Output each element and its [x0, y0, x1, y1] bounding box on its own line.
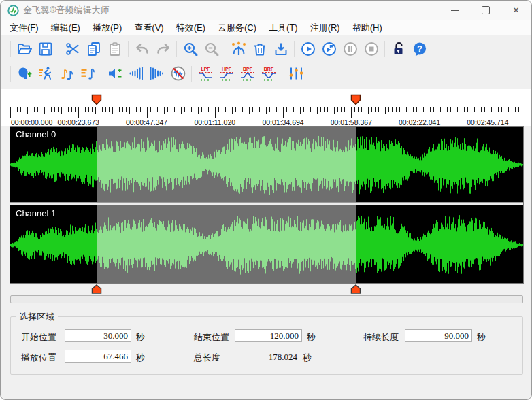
undo-button[interactable] — [132, 39, 152, 59]
close-icon: ✕ — [512, 5, 519, 15]
stop-icon — [363, 41, 380, 57]
copy-button[interactable] — [84, 39, 103, 59]
menu-bar: 文件(F) 编辑(E) 播放(P) 查看(V) 特效(E) 云服务(C) 工具(… — [1, 20, 531, 35]
voice-effect-button[interactable] — [14, 64, 34, 84]
selection-group-box — [10, 316, 523, 375]
clipboard-paste-icon — [107, 41, 123, 57]
play-position-label: 播放位置 — [21, 352, 56, 364]
maximize-button[interactable] — [470, 1, 501, 20]
toolbar-separator — [59, 41, 59, 57]
zoom-out-icon — [203, 41, 220, 57]
pitch-effect-button[interactable] — [56, 64, 76, 84]
delete-button[interactable] — [250, 39, 269, 59]
selection-start-marker-top[interactable] — [91, 94, 102, 105]
selection-start-marker-bottom[interactable] — [91, 284, 102, 294]
help-icon: ? — [412, 41, 428, 57]
svg-text:BRF: BRF — [263, 67, 273, 71]
menu-cloud[interactable]: 云服务(C) — [212, 20, 263, 35]
voice-head-icon — [16, 65, 33, 82]
lpf-filter-button[interactable]: LPF — [195, 64, 215, 84]
end-position-input[interactable] — [235, 329, 302, 342]
svg-text:00:01:34.694: 00:01:34.694 — [262, 118, 303, 126]
save-icon — [37, 41, 54, 57]
menu-view[interactable]: 查看(V) — [128, 20, 169, 35]
toolbar-gripper — [10, 41, 11, 57]
denoise-button[interactable] — [168, 64, 188, 84]
fade-in-button[interactable] — [126, 64, 146, 84]
zoom-out-button[interactable] — [201, 39, 221, 59]
pause-button[interactable] — [340, 39, 360, 59]
hpf-filter-button[interactable]: HPF — [216, 64, 236, 84]
time-ruler[interactable]: 00:00:00.00000:00:23.67300:00:47.34700:0… — [10, 107, 523, 126]
speed-effect-button[interactable] — [35, 64, 55, 84]
brf-filter-icon: BRF — [260, 65, 278, 82]
channel-1-label: Channel 1 — [16, 208, 56, 218]
svg-text:00:01:11.020: 00:01:11.020 — [195, 118, 236, 126]
menu-help[interactable]: 帮助(H) — [346, 20, 388, 35]
insert-arrow-icon — [273, 41, 289, 57]
runner-icon — [37, 65, 54, 82]
scissors-icon — [65, 41, 81, 57]
stop-button[interactable] — [361, 39, 381, 59]
trash-icon — [252, 41, 268, 57]
svg-text:00:00:23.673: 00:00:23.673 — [58, 118, 99, 126]
fade-out-button[interactable] — [147, 64, 167, 84]
play-button[interactable] — [298, 39, 318, 59]
toolbar-separator — [294, 41, 295, 57]
play-position-input[interactable] — [65, 350, 131, 363]
selection-end-marker-bottom[interactable] — [350, 284, 361, 294]
play-flag-icon — [321, 41, 337, 57]
duration-unit-label: 秒 — [477, 331, 486, 344]
paste-button[interactable] — [105, 39, 124, 59]
cut-button[interactable] — [63, 39, 82, 59]
menu-register[interactable]: 注册(R) — [304, 20, 346, 35]
note-bars-icon — [80, 65, 96, 82]
denoise-icon — [170, 65, 186, 82]
brf-filter-button[interactable]: BRF — [259, 64, 278, 84]
menu-effects[interactable]: 特效(E) — [170, 20, 212, 35]
menu-edit[interactable]: 编辑(E) — [45, 20, 86, 35]
svg-text:HPF: HPF — [222, 67, 232, 71]
selection-group-title: 选择区域 — [16, 311, 58, 323]
equalizer-button[interactable] — [286, 64, 305, 84]
timeline-band: 00:00:00.00000:00:23.67300:00:47.34700:0… — [1, 89, 531, 126]
open-file-button[interactable] — [14, 39, 34, 59]
help-button[interactable]: ? — [410, 39, 429, 59]
bpf-filter-button[interactable]: BPF — [237, 64, 257, 84]
menu-tools[interactable]: 工具(T) — [263, 20, 304, 35]
save-file-button[interactable] — [35, 39, 55, 59]
undo-arrow-icon — [134, 41, 150, 57]
svg-text:00:02:45.714: 00:02:45.714 — [467, 118, 508, 126]
mix-button[interactable] — [229, 39, 248, 59]
selection-end-marker-top[interactable] — [350, 94, 361, 105]
lpf-filter-icon: LPF — [197, 65, 214, 82]
end-unit-label: 秒 — [307, 331, 316, 344]
start-position-label: 开始位置 — [21, 331, 56, 344]
toolbar-separator — [176, 41, 177, 57]
menu-file[interactable]: 文件(F) — [3, 20, 45, 35]
lock-button[interactable] — [388, 39, 408, 59]
waveform-canvas[interactable] — [10, 127, 523, 283]
start-unit-label: 秒 — [136, 331, 145, 344]
title-bar: 金飞翼®音频编辑大师 ✕ — [1, 1, 531, 20]
menu-play[interactable]: 播放(P) — [86, 20, 128, 35]
insert-button[interactable] — [271, 39, 290, 59]
duration-input[interactable] — [405, 329, 472, 342]
pause-icon — [342, 41, 359, 57]
horizontal-scrollbar[interactable] — [10, 295, 523, 303]
volume-effect-button[interactable] — [105, 64, 124, 84]
redo-button[interactable] — [153, 39, 173, 59]
speaker-volume-icon — [107, 65, 123, 82]
minimize-button[interactable] — [439, 1, 470, 20]
play-selection-button[interactable] — [319, 39, 339, 59]
minimize-icon — [451, 10, 459, 11]
start-position-input[interactable] — [65, 329, 131, 342]
tempo-effect-button[interactable] — [78, 64, 97, 84]
total-length-value: 178.024 — [235, 352, 297, 363]
app-window: 金飞翼®音频编辑大师 ✕ 文件(F) 编辑(E) 播放(P) 查看(V) 特效(… — [0, 0, 532, 400]
close-button[interactable]: ✕ — [501, 1, 531, 20]
mix-icon — [231, 41, 247, 57]
zoom-in-button[interactable] — [180, 39, 200, 59]
waveform-display: Channel 0 Channel 1 — [10, 126, 524, 284]
svg-text:?: ? — [417, 44, 422, 54]
